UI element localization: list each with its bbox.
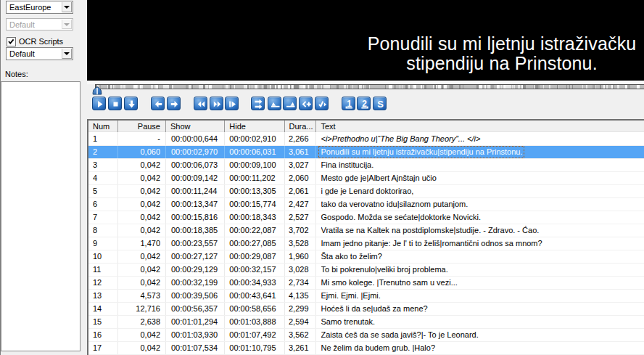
svg-text:S: S — [377, 99, 384, 110]
svg-text:1: 1 — [347, 99, 352, 109]
svg-text:2: 2 — [363, 99, 368, 109]
